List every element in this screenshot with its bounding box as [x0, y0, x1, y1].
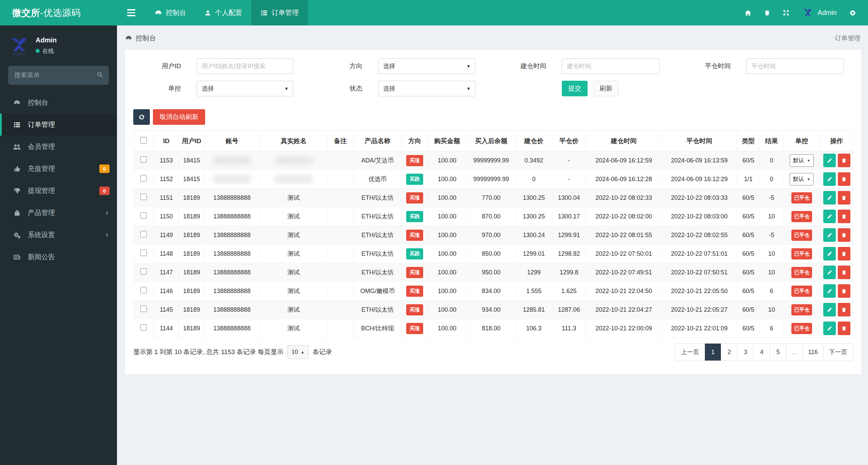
search-icon[interactable]: [97, 71, 103, 78]
select-all-checkbox[interactable]: [140, 137, 147, 143]
nav-item-1[interactable]: 个人配置: [195, 0, 251, 25]
cell-remark: [328, 151, 353, 170]
delete-button[interactable]: [838, 284, 850, 298]
sidebar-item-6[interactable]: 系统设置: [0, 224, 117, 246]
cell-product: ETH/以太坊: [353, 263, 402, 282]
delete-button[interactable]: [838, 191, 850, 205]
close-time-input[interactable]: [746, 58, 844, 74]
delete-button[interactable]: [838, 228, 850, 242]
sidebar-item-2[interactable]: 会员管理: [0, 136, 117, 158]
edit-button[interactable]: [823, 210, 836, 223]
delete-button[interactable]: [838, 247, 850, 260]
edit-button[interactable]: [823, 266, 836, 279]
sidebar-item-0[interactable]: 控制台: [0, 92, 117, 114]
nav-item-2[interactable]: 订单管理: [251, 0, 308, 25]
gear-icon[interactable]: [849, 9, 856, 17]
row-checkbox[interactable]: [140, 268, 147, 275]
cell-balance: 818.00: [467, 319, 516, 338]
delete-button[interactable]: [838, 266, 850, 279]
delete-button[interactable]: [838, 172, 850, 186]
navbar-user-menu[interactable]: Admin: [802, 7, 837, 19]
table-row: 11501818913888888888测试ETH/以太坊买跌100.00870…: [134, 207, 853, 226]
cell-id: 1152: [154, 170, 179, 189]
page-button-5[interactable]: 5: [770, 344, 786, 361]
sidebar-item-7[interactable]: 新闻公告: [0, 246, 117, 268]
cell-result: 10: [760, 263, 784, 282]
dashboard-icon: [12, 99, 22, 106]
delete-button[interactable]: [838, 303, 850, 316]
delete-button[interactable]: [838, 154, 850, 167]
cell-id: 1151: [154, 189, 179, 207]
cell-close_price: 1287.06: [552, 301, 586, 319]
status-select[interactable]: 选择▼: [378, 81, 475, 96]
sidebar-item-1[interactable]: 订单管理: [0, 114, 117, 136]
col-header: 建仓价: [516, 131, 552, 151]
next-page-button[interactable]: 下一页: [823, 344, 853, 361]
navbar-menu: 控制台个人配置订单管理: [145, 0, 308, 25]
cell-direction: 买涨: [402, 263, 428, 282]
sidebar-toggle-icon[interactable]: [117, 0, 145, 25]
edit-button[interactable]: [823, 284, 836, 298]
row-checkbox[interactable]: [140, 231, 147, 237]
refresh-button[interactable]: 刷新: [593, 81, 618, 96]
submit-button[interactable]: 提交: [562, 81, 588, 96]
edit-button[interactable]: [823, 154, 836, 167]
control-select[interactable]: 选择▼: [197, 81, 293, 96]
edit-button[interactable]: [823, 303, 836, 316]
prev-page-button[interactable]: 上一页: [675, 344, 705, 361]
expand-icon[interactable]: [783, 9, 790, 16]
sidebar-item-3[interactable]: 充值管理0: [0, 158, 117, 180]
sync-refresh-button[interactable]: [133, 109, 150, 125]
edit-button[interactable]: [823, 172, 836, 186]
delete-button[interactable]: [838, 322, 850, 335]
page-button-1[interactable]: 1: [705, 344, 721, 361]
cell-name: 测试: [260, 189, 328, 207]
close-time-label: 平仓时间: [660, 62, 746, 71]
nav-item-0[interactable]: 控制台: [145, 0, 195, 25]
row-control-select[interactable]: 默认▼: [790, 173, 814, 186]
direction-select[interactable]: 选择▼: [378, 58, 475, 74]
edit-button[interactable]: [823, 191, 836, 205]
nav-item-label: 控制台: [166, 8, 186, 17]
cancel-auto-refresh-button[interactable]: 取消自动刷新: [153, 109, 205, 125]
cell-close_price: 1299.8: [552, 263, 586, 282]
search-input[interactable]: [8, 66, 109, 85]
row-control-select[interactable]: 默认▼: [790, 154, 814, 167]
trash-icon[interactable]: [764, 9, 770, 16]
row-checkbox[interactable]: [140, 194, 147, 200]
thumb-up-icon: [12, 165, 22, 172]
page-size-select[interactable]: 10▲: [288, 345, 309, 359]
col-header: 买入后余额: [467, 131, 516, 151]
sidebar-item-5[interactable]: 产品管理: [0, 202, 117, 224]
user-id-input[interactable]: [197, 58, 293, 74]
row-checkbox[interactable]: [140, 287, 147, 293]
row-checkbox[interactable]: [140, 306, 147, 312]
closed-status-badge: 已平仓: [791, 230, 812, 241]
page-button-116[interactable]: 116: [802, 344, 823, 361]
sidebar-item-4[interactable]: 提现管理0: [0, 180, 117, 202]
row-checkbox[interactable]: [140, 212, 147, 219]
row-checkbox[interactable]: [140, 175, 147, 181]
edit-button[interactable]: [823, 247, 836, 260]
row-checkbox[interactable]: [140, 324, 147, 331]
delete-button[interactable]: [838, 210, 850, 223]
edit-button[interactable]: [823, 228, 836, 242]
brand-title: 微交所-优选源码: [0, 0, 117, 25]
row-checkbox[interactable]: [140, 250, 147, 256]
col-header: 用户ID: [179, 131, 204, 151]
sidebar-item-label: 产品管理: [28, 208, 55, 217]
row-checkbox[interactable]: [140, 156, 147, 163]
home-icon[interactable]: [744, 9, 752, 17]
page-button-4[interactable]: 4: [753, 344, 770, 361]
edit-button[interactable]: [823, 322, 836, 335]
user-status: 在线: [36, 47, 57, 55]
cell-balance: 99999999.99: [467, 151, 516, 170]
page-button-3[interactable]: 3: [737, 344, 753, 361]
page-button-2[interactable]: 2: [721, 344, 737, 361]
cell-control: 已平仓: [784, 301, 820, 319]
orders-table: ID用户ID账号真实姓名备注产品名称方向购买金额买入后余额建仓价平仓价建仓时间平…: [133, 131, 853, 338]
cell-result: 0: [760, 170, 784, 189]
table-row: 11491818913888888888测试ETH/以太坊买涨100.00970…: [134, 226, 853, 245]
cell-open_price: 1285.81: [516, 301, 552, 319]
open-time-input[interactable]: [562, 58, 660, 74]
